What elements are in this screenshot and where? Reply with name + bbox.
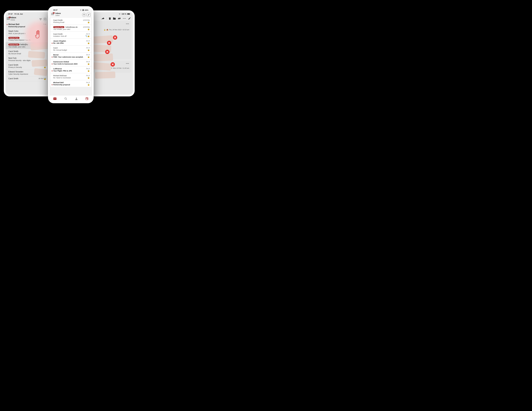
- lock-icon: 🔒: [44, 66, 46, 68]
- svg-rect-8: [86, 98, 88, 98]
- filter-button[interactable]: [39, 18, 42, 21]
- date: Jun 5: [86, 33, 90, 35]
- email-row[interactable]: Jason ChaplenRe: Job OfferJun 5🔒: [50, 39, 91, 45]
- subject: FWD: Your submission was accepted.: [53, 56, 90, 58]
- sender: Gamescom Global: [53, 61, 90, 63]
- lock-icon: 🔒: [87, 63, 90, 65]
- email-row[interactable]: Carol SmithMy Secure Email: [6, 49, 48, 56]
- more-button[interactable]: •••: [123, 17, 126, 20]
- date: Jun 4: [86, 54, 90, 56]
- date: Jun 4: [86, 47, 90, 49]
- svg-rect-2: [83, 10, 84, 11]
- lock-icon: 🔒: [87, 28, 90, 30]
- message-more-button[interactable]: •••: [126, 62, 129, 65]
- email-row[interactable]: Carol SmithPrivacy & Security🔒: [6, 63, 48, 69]
- tablet-status-left: 07:37 Fri 16. Jun: [8, 13, 23, 15]
- svg-point-6: [76, 98, 77, 99]
- date: yesterday: [83, 19, 90, 21]
- email-row[interactable]: BerndFWD: Your submission was accepted.J…: [50, 53, 91, 59]
- compose-button[interactable]: [87, 13, 91, 17]
- email-row[interactable]: Carol Smith18 Oct 202🔒: [6, 76, 48, 81]
- sort-button[interactable]: [82, 13, 86, 17]
- subject: Invitation: Kick-off: [53, 35, 90, 37]
- bottom-nav: [49, 95, 92, 102]
- subject: Your invite to Gamescom 2023: [53, 63, 90, 65]
- nav-contacts[interactable]: [75, 97, 78, 100]
- subject: Re: Annual budget: [53, 49, 90, 51]
- nav-mail[interactable]: [53, 98, 57, 100]
- email-row[interactable]: Gamescom GlobalYour invite to Gamescom 2…: [50, 59, 91, 66]
- wifi-icon: [119, 13, 121, 15]
- email-row[interactable]: CarolRe: Annual budgetJun 4🔒: [50, 46, 91, 52]
- email-row[interactable]: Edward SnowdenCyber Security Importance1…: [6, 69, 48, 76]
- email-row[interactable]: Nick FrehPersonal Security - also digita: [6, 56, 48, 63]
- battery-icon: [83, 9, 84, 11]
- battery-percent: 100%: [85, 9, 88, 11]
- compose-icon[interactable]: [128, 17, 131, 20]
- date: Jun 4: [86, 68, 90, 69]
- subject: Cyber Security Importance: [8, 73, 46, 75]
- online-status: Online: [10, 19, 16, 21]
- phone-status-right: 100%: [80, 9, 88, 11]
- unread-dot: [52, 43, 53, 44]
- phone-email-list[interactable]: Carol SmithPhishing Emailyesterday🔒Tutan…: [49, 18, 92, 95]
- unread-badge: 1: [53, 12, 55, 14]
- email-row[interactable]: LufthansaYour Flight: FRA to JFKJun 4🔒: [50, 67, 91, 73]
- email-row[interactable]: Michael BellPartnership proposalJun 4🔒: [50, 80, 91, 87]
- forward-icon[interactable]: [102, 18, 104, 20]
- inbox-title: Inbox: [55, 12, 61, 15]
- message-more-button[interactable]: •••: [126, 22, 129, 25]
- subject: Re: Need to reschedule: [53, 77, 90, 79]
- lock-icon: 🔒: [87, 49, 90, 51]
- subject: Your emails, your rules: [53, 28, 90, 30]
- hide-icon[interactable]: [118, 18, 121, 20]
- sender: Carol: [53, 47, 90, 49]
- svg-rect-1: [130, 14, 130, 14]
- phone-inbox-header: 1 Inbox Online: [49, 12, 92, 18]
- tablet-inbox-header: 1 Inbox Online: [6, 16, 48, 22]
- phone-device: 08:07 100% 1 Inbox Online Carol SmithPhi…: [48, 6, 94, 103]
- email-row[interactable]: Richard McEwanRe: Need to rescheduleJun …: [50, 73, 91, 80]
- wifi-icon: [80, 9, 82, 11]
- inbox-icon: 📥: [106, 29, 108, 30]
- sender-extra: hello@tutao.de: [66, 26, 78, 28]
- menu-button[interactable]: 1: [7, 17, 10, 20]
- sort-button[interactable]: [43, 18, 47, 21]
- inbox-title: Inbox: [10, 16, 16, 19]
- subject: Personal Security - also digita: [8, 59, 46, 61]
- svg-rect-4: [53, 98, 57, 100]
- date: Jun 4: [86, 81, 90, 83]
- stop-hand-illustration: [29, 25, 48, 44]
- subject: Privacy & Security: [8, 66, 46, 68]
- lock-icon: 🔒: [87, 56, 90, 58]
- sender: Jason Chaplen: [53, 40, 90, 42]
- sender: Nick Freh: [8, 57, 46, 59]
- sender: Bernd: [53, 54, 90, 56]
- subject: Re: Job Offer: [53, 42, 90, 44]
- sender: Carol Smith: [53, 33, 90, 35]
- email-row[interactable]: Tutanota Teamhello@tutao.deYour emails, …: [50, 25, 91, 31]
- nav-search[interactable]: [64, 97, 67, 100]
- svg-rect-0: [127, 13, 130, 14]
- sender: Lufthansa: [53, 68, 90, 70]
- email-row[interactable]: Carol SmithInvitation: Kick-offJun 5📎🔒: [50, 32, 91, 38]
- nav-calendar[interactable]: [86, 97, 88, 100]
- sender: Michael Bell: [53, 81, 90, 84]
- menu-button[interactable]: 1: [51, 13, 54, 15]
- online-status: Online: [55, 15, 61, 16]
- trash-icon[interactable]: [109, 17, 111, 20]
- date: Jun 4: [86, 75, 90, 76]
- subject: My Secure Email: [8, 53, 46, 55]
- subject: Your emails, your rules: [8, 46, 46, 48]
- subject: Partnership proposal: [53, 84, 90, 86]
- sender: Carol Smith: [8, 50, 46, 52]
- phone-statusbar: 08:07 100%: [49, 8, 92, 12]
- unread-badge: 1: [9, 17, 10, 18]
- team-badge: Tutanota Team: [8, 37, 19, 39]
- date: yesterday: [83, 26, 90, 28]
- folder-icon[interactable]: [113, 18, 116, 20]
- subject: Phishing Email: [53, 21, 90, 23]
- svg-rect-3: [83, 9, 83, 10]
- email-row[interactable]: Carol SmithPhishing Emailyesterday🔒: [50, 18, 91, 24]
- lock-icon: 🔒: [87, 69, 90, 72]
